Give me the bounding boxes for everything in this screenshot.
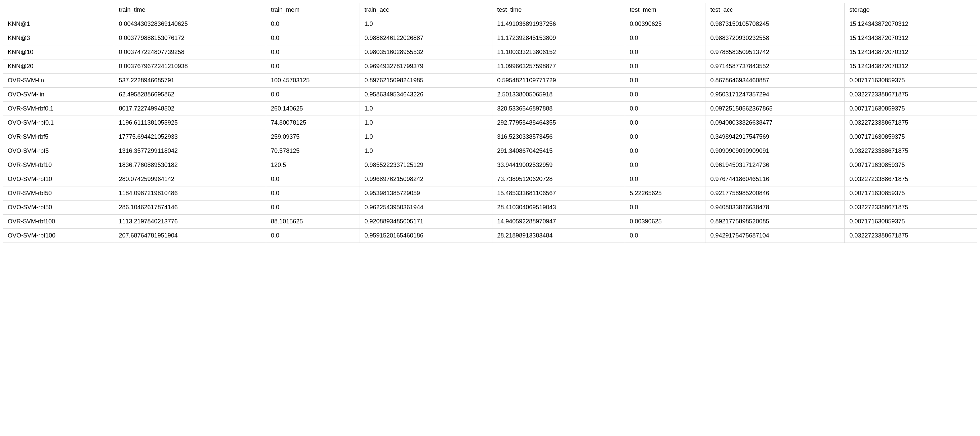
cell-train_time: 537.2228946685791 [114,74,266,88]
cell-train_mem: 100.45703125 [266,74,360,88]
row-label: OVR-SVM-rbf5 [3,130,114,144]
cell-train_acc: 1.0 [360,116,492,130]
row-label: KNN@3 [3,31,114,45]
cell-train_time: 1836.7760889530182 [114,158,266,172]
cell-train_time: 8017.722749948502 [114,102,266,116]
cell-test_acc: 0.09408033826638477 [705,116,845,130]
cell-train_acc: 0.9586349534643226 [360,88,492,102]
cell-train_mem: 0.0 [266,59,360,74]
cell-storage: 0.007171630859375 [845,102,977,116]
cell-test_time: 28.21898913383484 [492,229,625,243]
cell-train_time: 286.10462617874146 [114,201,266,215]
cell-test_acc: 0.9429175475687104 [705,229,845,243]
cell-train_mem: 0.0 [266,17,360,31]
table-row: OVR-SVM-rbf501184.09872198104860.00.9539… [3,186,977,201]
cell-test_time: 11.172392845153809 [492,31,625,45]
cell-test_mem: 0.0 [625,144,705,158]
cell-test_mem: 0.0 [625,229,705,243]
table-row: OVO-SVM-rbf51316.357729911804270.5781251… [3,144,977,158]
table-row: OVR-SVM-lin537.2228946685791100.45703125… [3,74,977,88]
cell-train_time: 0.003747224807739258 [114,45,266,59]
cell-test_mem: 0.0 [625,102,705,116]
cell-storage: 0.0322723388671875 [845,116,977,130]
cell-train_mem: 74.80078125 [266,116,360,130]
cell-train_time: 0.0043430328369140625 [114,17,266,31]
cell-train_mem: 120.5 [266,158,360,172]
cell-train_time: 62.49582886695862 [114,88,266,102]
cell-train_acc: 0.9968976215098242 [360,172,492,186]
cell-test_mem: 5.22265625 [625,186,705,201]
row-label: OVO-SVM-rbf5 [3,144,114,158]
cell-test_acc: 0.9217758985200846 [705,186,845,201]
cell-test_acc: 0.09725158562367865 [705,102,845,116]
cell-test_time: 33.94419002532959 [492,158,625,172]
cell-test_acc: 0.9619450317124736 [705,158,845,172]
table-row: OVR-SVM-rbf0.18017.722749948502260.14062… [3,102,977,116]
cell-test_time: 291.3408670425415 [492,144,625,158]
col-header-test_acc: test_acc [705,3,845,17]
table-row: OVR-SVM-rbf101836.7760889530182120.50.98… [3,158,977,172]
cell-test_acc: 0.9408033826638478 [705,201,845,215]
row-label: OVR-SVM-rbf10 [3,158,114,172]
cell-train_acc: 1.0 [360,144,492,158]
cell-test_mem: 0.0 [625,74,705,88]
cell-train_acc: 0.953981385729059 [360,186,492,201]
cell-train_mem: 0.0 [266,186,360,201]
cell-test_acc: 0.9873150105708245 [705,17,845,31]
cell-train_time: 17775.694421052933 [114,130,266,144]
results-table: train_timetrain_memtrain_acctest_timetes… [3,3,977,243]
cell-test_time: 11.491036891937256 [492,17,625,31]
cell-storage: 15.124343872070312 [845,31,977,45]
cell-train_acc: 0.9886246122026887 [360,31,492,45]
cell-test_time: 0.5954821109771729 [492,74,625,88]
cell-test_acc: 0.9090909090909091 [705,144,845,158]
cell-train_acc: 0.9622543950361944 [360,201,492,215]
table-row: OVO-SVM-rbf0.11196.611138105392574.80078… [3,116,977,130]
cell-train_time: 207.68764781951904 [114,229,266,243]
table-row: OVO-SVM-rbf100207.687647819519040.00.959… [3,229,977,243]
cell-storage: 15.124343872070312 [845,17,977,31]
cell-train_time: 1196.6111381053925 [114,116,266,130]
col-header-test_time: test_time [492,3,625,17]
cell-storage: 0.0322723388671875 [845,201,977,215]
table-row: KNN@100.0037472248077392580.00.980351602… [3,45,977,59]
cell-test_mem: 0.00390625 [625,17,705,31]
cell-storage: 0.007171630859375 [845,215,977,229]
cell-test_mem: 0.0 [625,116,705,130]
cell-test_time: 2.501338005065918 [492,88,625,102]
cell-storage: 0.007171630859375 [845,130,977,144]
table-row: OVO-SVM-lin62.495828866958620.00.9586349… [3,88,977,102]
row-header-blank [3,3,114,17]
cell-test_acc: 0.8921775898520085 [705,215,845,229]
cell-train_acc: 0.8976215098241985 [360,74,492,88]
cell-storage: 15.124343872070312 [845,45,977,59]
cell-train_mem: 0.0 [266,45,360,59]
cell-test_time: 15.485333681106567 [492,186,625,201]
table-row: KNN@10.00434303283691406250.01.011.49103… [3,17,977,31]
cell-train_mem: 259.09375 [266,130,360,144]
table-body: KNN@10.00434303283691406250.01.011.49103… [3,17,977,243]
table-row: OVR-SVM-rbf517775.694421052933259.093751… [3,130,977,144]
cell-train_time: 1184.0987219810486 [114,186,266,201]
col-header-storage: storage [845,3,977,17]
cell-train_time: 1113.2197840213776 [114,215,266,229]
cell-test_acc: 0.3498942917547569 [705,130,845,144]
col-header-train_time: train_time [114,3,266,17]
col-header-train_acc: train_acc [360,3,492,17]
table-row: KNN@30.0037798881530761720.00.9886246122… [3,31,977,45]
cell-train_acc: 0.9855222337125129 [360,158,492,172]
cell-storage: 0.0322723388671875 [845,172,977,186]
cell-test_acc: 0.8678646934460887 [705,74,845,88]
cell-storage: 0.0322723388671875 [845,88,977,102]
row-label: KNN@20 [3,59,114,74]
table-row: OVR-SVM-rbf1001113.219784021377688.10156… [3,215,977,229]
cell-test_time: 14.940592288970947 [492,215,625,229]
cell-train_acc: 0.9208893485005171 [360,215,492,229]
cell-train_mem: 0.0 [266,172,360,186]
cell-test_acc: 0.9503171247357294 [705,88,845,102]
row-label: OVO-SVM-rbf10 [3,172,114,186]
row-label: OVO-SVM-rbf100 [3,229,114,243]
row-label: OVR-SVM-rbf100 [3,215,114,229]
cell-test_mem: 0.0 [625,31,705,45]
row-label: OVR-SVM-rbf0.1 [3,102,114,116]
